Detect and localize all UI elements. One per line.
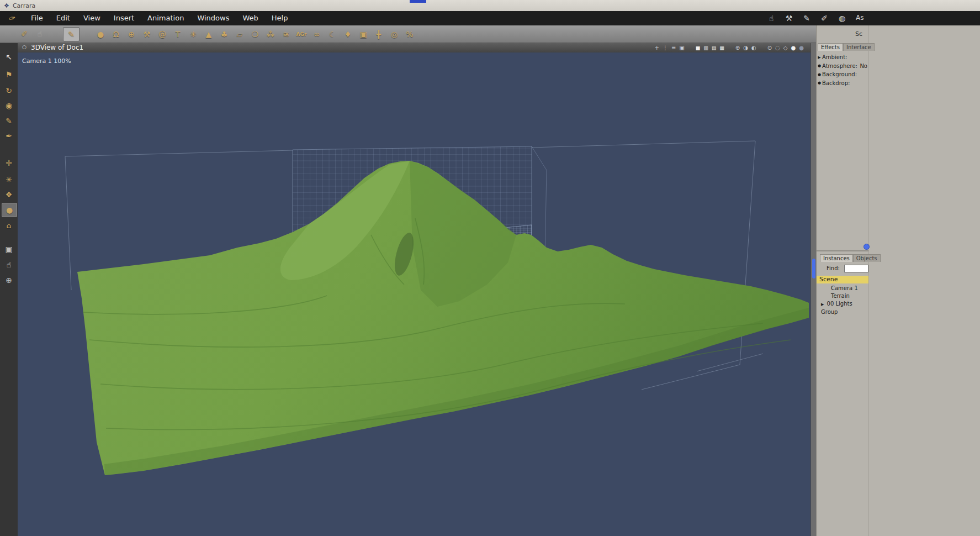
- model-wrench-icon[interactable]: ⚒: [784, 14, 794, 23]
- bounding-box-icon[interactable]: ◇: [783, 45, 788, 51]
- menu-file[interactable]: File: [24, 11, 50, 25]
- select-arrow-icon[interactable]: ↖: [2, 50, 16, 64]
- layout-single-icon[interactable]: ■: [696, 45, 701, 51]
- aspect-ratio-icon[interactable]: ⋮: [663, 45, 668, 51]
- render-sphere-icon[interactable]: ◍: [837, 14, 847, 23]
- plant-tool-icon[interactable]: ♣: [216, 28, 232, 41]
- assemble-hand-icon[interactable]: ☝: [766, 14, 776, 23]
- find-label: Find:: [827, 265, 840, 271]
- tab-interface[interactable]: Interface: [843, 43, 875, 51]
- plane-tool-icon[interactable]: ▱: [232, 28, 247, 41]
- carrara-brand-icon: ✑: [8, 12, 18, 24]
- effects-tab-bar: EffectsInterface: [818, 43, 875, 51]
- dark-sphere-icon[interactable]: ●: [799, 45, 804, 51]
- texture-knife-icon[interactable]: ✐: [819, 14, 829, 23]
- tree-item-label: Terrain: [831, 293, 850, 299]
- move-tool-icon[interactable]: ✛: [2, 156, 16, 170]
- sphere-mode-icon[interactable]: ●: [2, 203, 17, 217]
- scene-root-row[interactable]: Scene: [817, 276, 868, 283]
- metaball-tool-icon[interactable]: ∞: [309, 28, 325, 41]
- expand-arrow-icon[interactable]: ▶: [817, 55, 822, 60]
- wireframe-sphere-icon[interactable]: ⊕: [735, 45, 740, 51]
- viewport-titlebar: ○ 3DView of Doc1 + ⋮ ≡ ▣ ■ ▥ ▤ ▦ ⊕ ◑ ◐ ⊙…: [18, 43, 811, 52]
- agr-tool-icon[interactable]: AGr: [294, 28, 309, 41]
- viewport-collapse-icon[interactable]: ○: [22, 44, 27, 50]
- tree-item-label: 00 Lights Group: [821, 301, 852, 315]
- pan-hand-icon[interactable]: ☝: [2, 258, 16, 271]
- pen-tool-icon[interactable]: ✎: [2, 114, 16, 128]
- menu-help[interactable]: Help: [265, 11, 295, 25]
- object-toolbar: ✐ ☝ ✎ ● Ω ⊕ ⚒ @ T ✳ ▲ ♣ ▱ ❍ ⁂ ≋ AGr ∞ ☾ …: [0, 25, 816, 43]
- rotate-view-icon[interactable]: ⊙: [767, 45, 772, 51]
- white-sphere-icon[interactable]: ●: [791, 45, 796, 51]
- production-frame-icon[interactable]: +: [655, 45, 659, 51]
- viewport-3d[interactable]: Camera 1 100%: [18, 52, 811, 536]
- property-atmosphere[interactable]: ● Atmosphere: No: [817, 62, 868, 71]
- shell-tool-icon[interactable]: ☾: [325, 28, 340, 41]
- menu-view[interactable]: View: [77, 11, 107, 25]
- vertical-object-tool-icon[interactable]: Ω: [108, 28, 124, 41]
- ruler-icon[interactable]: ≡: [671, 45, 676, 51]
- menu-web[interactable]: Web: [236, 11, 264, 25]
- primitive-tools-group: ● Ω ⊕ ⚒ @ T ✳ ▲ ♣ ▱ ❍ ⁂ ≋ AGr ∞ ☾ ♦ ▣ ╋ …: [93, 28, 417, 41]
- property-ambient[interactable]: ▶ Ambient:: [817, 53, 868, 62]
- titlebar: ❖ Carrara: [0, 0, 980, 12]
- paint-brush-icon[interactable]: ✎: [63, 27, 80, 41]
- geodesic-tool-icon[interactable]: ⊕: [124, 28, 139, 41]
- dotted-circle-icon[interactable]: ◌: [775, 45, 780, 51]
- rock-tool-icon[interactable]: ⁂: [263, 28, 278, 41]
- room-label: As: [856, 14, 864, 22]
- axes-tool-icon[interactable]: ╋: [371, 28, 386, 41]
- find-input[interactable]: [844, 265, 868, 272]
- plane-mode-icon[interactable]: ⌂: [2, 219, 16, 232]
- tree-item-terrain[interactable]: Terrain: [817, 292, 868, 300]
- property-value: No: [860, 63, 868, 69]
- terrain-tool-icon[interactable]: ▲: [201, 28, 216, 41]
- tab-instances[interactable]: Instances: [820, 254, 853, 262]
- cloud-tool-icon[interactable]: ≋: [278, 28, 294, 41]
- menu-animation[interactable]: Animation: [141, 11, 190, 25]
- eye-sphere-icon[interactable]: ◉: [2, 99, 16, 112]
- sphere-tool-icon[interactable]: ●: [93, 28, 108, 41]
- camera-mode-icon[interactable]: ▣: [2, 243, 16, 256]
- layout-four-icon[interactable]: ▦: [719, 45, 724, 51]
- cone-tool-icon[interactable]: ♦: [340, 28, 356, 41]
- camera-icon[interactable]: ▣: [679, 45, 684, 51]
- tab-effects[interactable]: Effects: [818, 43, 843, 51]
- bone-tool-icon[interactable]: %: [402, 28, 417, 41]
- ocean-tool-icon[interactable]: ❍: [247, 28, 263, 41]
- menu-windows[interactable]: Windows: [190, 11, 236, 25]
- viewport-canvas[interactable]: [18, 52, 811, 536]
- property-background[interactable]: ● Background:: [817, 70, 868, 79]
- text-tool-icon[interactable]: T: [170, 28, 186, 41]
- tab-objects[interactable]: Objects: [853, 254, 881, 262]
- screw-tool-icon[interactable]: ✒: [2, 129, 16, 143]
- menu-insert[interactable]: Insert: [107, 11, 141, 25]
- splitter-handle-icon[interactable]: [812, 259, 815, 278]
- wireframe-knife-icon[interactable]: ✐: [17, 27, 32, 40]
- spiral-tool-icon[interactable]: @: [155, 28, 170, 41]
- layout-three-icon[interactable]: ▤: [712, 45, 717, 51]
- spline-tool-icon[interactable]: ⚒: [139, 28, 155, 41]
- paint-flag-icon[interactable]: ⚑: [2, 68, 16, 81]
- flat-shade-icon[interactable]: ◑: [743, 45, 748, 51]
- smooth-shade-icon[interactable]: ◐: [751, 45, 756, 51]
- ghost-hand-icon[interactable]: ☝: [32, 27, 47, 40]
- tree-item-camera-1[interactable]: Camera 1: [817, 285, 868, 292]
- zoom-tool-icon[interactable]: ⊕: [2, 274, 16, 287]
- particle-tool-icon[interactable]: ✳: [186, 28, 201, 41]
- expand-arrow-icon[interactable]: ▶: [821, 302, 824, 307]
- divider-knob-icon[interactable]: [864, 244, 870, 250]
- target-tool-icon[interactable]: ◎: [386, 28, 402, 41]
- property-backdrop[interactable]: ● Backdrop:: [817, 79, 868, 88]
- rotate-tool-icon[interactable]: ✳: [2, 173, 16, 186]
- menu-edit[interactable]: Edit: [50, 11, 77, 25]
- window-title: Carrara: [13, 2, 35, 9]
- tree-item-lights-group[interactable]: ▶ 00 Lights Group: [817, 300, 868, 308]
- rotate-ring-icon[interactable]: ↻: [2, 84, 16, 97]
- tray-column-edge: [868, 25, 869, 536]
- scale-tool-icon[interactable]: ❖: [2, 188, 16, 201]
- layout-two-icon[interactable]: ▥: [703, 45, 708, 51]
- storyboard-pen-icon[interactable]: ✎: [802, 14, 812, 23]
- camera-tool-icon[interactable]: ▣: [356, 28, 371, 41]
